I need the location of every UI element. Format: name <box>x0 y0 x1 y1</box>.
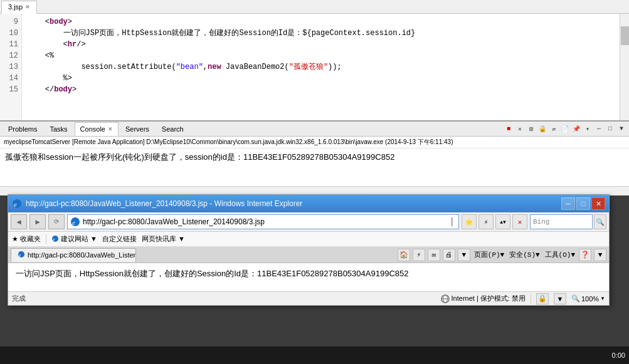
scroll-thumb[interactable] <box>621 26 629 45</box>
ie-zoom-control[interactable]: 🔍 100% ▼ <box>571 294 605 303</box>
taskbar-time: 0:00 <box>612 351 625 359</box>
tab-search[interactable]: Search <box>156 122 189 136</box>
ie-window: e http://gacl-pc:8080/JavaWeb_Listener_2… <box>8 194 610 306</box>
ie-security-zone: Internet | 保护模式: 禁用 <box>441 294 526 303</box>
tab-problems[interactable]: Problems <box>3 122 43 136</box>
code-line: <body> <box>27 16 615 28</box>
settings-icon[interactable]: ▾ <box>583 124 593 134</box>
code-line: session.setAttribute("bean",new JavaBean… <box>27 61 615 73</box>
eclipse-ide: 3.jsp ✕ 9 10 11 12 13 14 15 <body> 一访问JS… <box>0 0 629 346</box>
remove-icon[interactable]: ✕ <box>515 124 525 134</box>
fav-separator <box>46 234 46 244</box>
svg-text:e: e <box>14 200 17 208</box>
ie-maximize-button[interactable]: □ <box>576 197 590 210</box>
line-num: 9 <box>0 16 21 28</box>
ie-refresh-button[interactable]: ⟳ <box>48 214 65 229</box>
pin-icon[interactable]: 📌 <box>571 124 581 134</box>
star-icon: ★ <box>12 235 18 243</box>
tab-servers[interactable]: Servers <box>120 122 155 136</box>
suggested-sites[interactable]: e 建议网站 ▼ <box>51 234 97 244</box>
ie-feeds-button[interactable]: ⚡ <box>413 249 425 261</box>
line-num: 13 <box>0 61 21 73</box>
ie-search-button[interactable]: 🔍 <box>594 214 606 229</box>
ie-rss-button[interactable]: ⚡ <box>478 214 494 229</box>
ie-home-button[interactable]: 🏠 <box>398 249 410 261</box>
ie-window-controls: ─ □ ✕ <box>561 197 605 210</box>
custom-links[interactable]: 自定义链接 <box>102 234 137 244</box>
ie-titlebar: e http://gacl-pc:8080/JavaWeb_Listener_2… <box>8 195 609 212</box>
ie-close-button[interactable]: ✕ <box>591 197 605 210</box>
stop-icon[interactable]: ■ <box>504 124 514 134</box>
remove-all-icon[interactable]: ⊠ <box>526 124 536 134</box>
ie-protected-icon[interactable]: 🔒 <box>536 293 549 304</box>
ie-info-button[interactable]: ▼ <box>554 293 566 304</box>
ie-page-tab-label: http://gacl-pc:8080/JavaWeb_Listeno... <box>28 251 136 259</box>
scroll-lock-icon[interactable]: 🔒 <box>537 124 547 134</box>
ie-globe-icon <box>441 294 450 303</box>
ie-print-button[interactable]: 🖨 <box>443 249 455 261</box>
svg-text:e: e <box>72 219 75 226</box>
code-editor[interactable]: 9 10 11 12 13 14 15 <body> 一访问JSP页面，Http… <box>0 14 629 120</box>
maximize-view-icon[interactable]: □ <box>605 124 615 134</box>
ie-toolbar-buttons: ⭐ ⚡ ▲▼ ✕ <box>462 214 527 229</box>
ie-icon-small: e <box>51 235 59 244</box>
tab-problems-label: Problems <box>8 125 37 133</box>
favorites-button[interactable]: ★ 收藏夹 <box>12 234 41 244</box>
bing-logo: Bing <box>533 218 549 226</box>
ie-stop-button[interactable]: ✕ <box>512 214 527 229</box>
minimize-view-icon[interactable]: — <box>594 124 604 134</box>
svg-text:e: e <box>19 252 21 258</box>
line-num: 15 <box>0 84 21 95</box>
ie-url-input[interactable] <box>83 217 448 226</box>
editor-tab[interactable]: 3.jsp ✕ <box>1 1 37 14</box>
console-toolbar-icons: ■ ✕ ⊠ 🔒 ⇌ 📄 📌 ▾ — □ ▼ <box>504 124 626 134</box>
tab-tasks[interactable]: Tasks <box>44 122 73 136</box>
code-line: %> <box>27 73 615 84</box>
line-num: 11 <box>0 39 21 50</box>
ie-back-button[interactable]: ◀ <box>11 214 27 229</box>
word-wrap-icon[interactable]: ⇌ <box>549 124 559 134</box>
favorites-label: 收藏夹 <box>20 234 41 244</box>
ie-minimize-button[interactable]: ─ <box>561 197 575 210</box>
ie-page-menu[interactable]: 页面(P)▼ <box>473 250 505 259</box>
ie-help-button[interactable]: ❓ <box>579 249 591 261</box>
tab-close-icon[interactable]: ✕ <box>25 4 30 10</box>
ie-star-button[interactable]: ⭐ <box>462 214 477 229</box>
news-feeds-label: 网页快讯库 ▼ <box>142 234 185 244</box>
tab-tasks-label: Tasks <box>50 125 67 133</box>
ie-print-dropdown[interactable]: ▼ <box>458 249 470 261</box>
open-file-icon[interactable]: 📄 <box>560 124 570 134</box>
tab-console[interactable]: Console ✕ <box>75 122 119 136</box>
ie-tools-menu[interactable]: 工具(O)▼ <box>544 250 576 259</box>
custom-links-label: 自定义链接 <box>102 234 137 244</box>
ie-search-bar[interactable]: Bing <box>530 214 593 229</box>
news-feeds[interactable]: 网页快讯库 ▼ <box>142 234 185 244</box>
ie-research-dropdown[interactable]: ▼ <box>594 249 606 261</box>
code-line: <hr/> <box>27 39 615 50</box>
suggested-sites-label: 建议网站 ▼ <box>61 234 97 244</box>
console-output-text: 孤傲苍狼和session一起被序列化(钝化)到硬盘了，session的id是：1… <box>5 151 624 164</box>
ie-nav-toolbar: ◀ ▶ ⟳ e | ⭐ ⚡ ▲▼ ✕ <box>8 212 609 232</box>
editor-scrollbar[interactable] <box>620 14 629 120</box>
ie-favorites-bar: ★ 收藏夹 e 建议网站 ▼ 自定义链接 网页快讯库 ▼ <box>8 232 609 247</box>
ie-logo-icon: e <box>12 199 22 209</box>
console-tab-bar: Problems Tasks Console ✕ Servers Search … <box>0 122 629 137</box>
console-tab-close-icon[interactable]: ✕ <box>108 126 113 132</box>
svg-text:e: e <box>53 237 55 242</box>
console-path: myeclipseTomcatServer [Remote Java Appli… <box>0 137 629 148</box>
ie-page-tab[interactable]: e http://gacl-pc:8080/JavaWeb_Listeno... <box>11 248 136 262</box>
code-line: </body> <box>27 84 615 95</box>
tab-label: 3.jsp <box>8 3 23 11</box>
view-menu-icon[interactable]: ▼ <box>616 124 626 134</box>
ie-back-dropdown[interactable]: ▲▼ <box>495 214 510 229</box>
status-separator <box>531 294 531 303</box>
ie-address-bar[interactable]: e | <box>67 214 459 229</box>
ie-forward-button[interactable]: ▶ <box>29 214 46 229</box>
ie-safety-menu[interactable]: 安全(S)▼ <box>508 250 541 259</box>
ie-status-right: Internet | 保护模式: 禁用 🔒 ▼ 🔍 100% ▼ <box>441 293 605 304</box>
code-line: <% <box>27 50 615 61</box>
ie-email-button[interactable]: ✉ <box>428 249 440 261</box>
ie-zone-label: Internet | 保护模式: 禁用 <box>452 294 526 303</box>
ie-zoom-dropdown[interactable]: ▼ <box>600 296 605 301</box>
taskbar: 0:00 <box>0 346 629 364</box>
